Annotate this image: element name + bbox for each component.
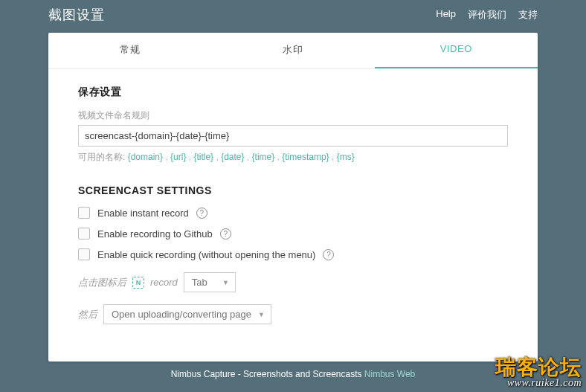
token-ms[interactable]: {ms}	[337, 152, 355, 162]
footer: Nimbus Capture - Screenshots and Screenc…	[0, 369, 586, 379]
checkbox-instant-record[interactable]	[78, 207, 90, 219]
filename-rule-label: 视频文件命名规则	[78, 109, 508, 122]
checkbox-record-github[interactable]	[78, 228, 90, 240]
token-date[interactable]: {date}	[221, 152, 244, 162]
save-heading: 保存设置	[78, 86, 508, 99]
available-tokens: 可用的名称: {domain} , {url} , {title} , {dat…	[78, 151, 508, 164]
opt-instant-record: Enable instant record	[78, 207, 508, 219]
record-icon	[132, 277, 144, 289]
click-icon-prefix: 点击图标后	[78, 276, 126, 289]
opt-record-github: Enable recording to Github	[78, 228, 508, 240]
token-timestamp[interactable]: {timestamp}	[282, 152, 329, 162]
token-title[interactable]: {title}	[193, 152, 213, 162]
rate-link[interactable]: 评价我们	[468, 8, 506, 22]
tabs: 常规 水印 VIDEO	[48, 33, 538, 69]
token-time[interactable]: {time}	[252, 152, 275, 162]
token-url[interactable]: {url}	[170, 152, 186, 162]
help-icon[interactable]	[196, 208, 207, 219]
opt-quick-record: Enable quick recording (without opening …	[78, 248, 508, 260]
page-title: 截图设置	[48, 6, 105, 24]
click-icon-row: 点击图标后 record Tab	[78, 272, 508, 292]
help-icon[interactable]	[220, 228, 231, 240]
support-link[interactable]: 支持	[518, 8, 538, 22]
then-prefix: 然后	[78, 308, 97, 321]
record-label: record	[150, 277, 178, 288]
tab-general[interactable]: 常规	[48, 33, 211, 68]
help-icon[interactable]	[323, 249, 334, 260]
top-links: Help 评价我们 支持	[436, 8, 538, 22]
opt-instant-record-label: Enable instant record	[97, 208, 189, 219]
screencast-heading: SCREENCAST SETTINGS	[78, 184, 508, 196]
filename-rule-input[interactable]	[78, 125, 508, 147]
footer-text: Nimbus Capture - Screenshots and Screenc…	[171, 369, 364, 379]
opt-record-github-label: Enable recording to Github	[97, 228, 213, 240]
after-action-select[interactable]: Open uploading/converting page	[103, 304, 271, 324]
tab-watermark[interactable]: 水印	[211, 33, 374, 68]
help-link[interactable]: Help	[436, 8, 456, 22]
checkbox-quick-record[interactable]	[78, 248, 90, 260]
available-tokens-prefix: 可用的名称:	[78, 152, 128, 162]
record-target-select[interactable]: Tab	[184, 272, 236, 292]
footer-brand-link[interactable]: Nimbus Web	[364, 369, 415, 379]
tab-video[interactable]: VIDEO	[375, 33, 538, 68]
then-row: 然后 Open uploading/converting page	[78, 304, 508, 324]
watermark-line2: www.ruike1.com	[495, 378, 582, 389]
token-domain[interactable]: {domain}	[128, 152, 163, 162]
opt-quick-record-label: Enable quick recording (without opening …	[97, 249, 315, 260]
tab-content: 保存设置 视频文件命名规则 可用的名称: {domain} , {url} , …	[48, 69, 538, 362]
settings-panel: 常规 水印 VIDEO 保存设置 视频文件命名规则 可用的名称: {domain…	[48, 33, 538, 362]
